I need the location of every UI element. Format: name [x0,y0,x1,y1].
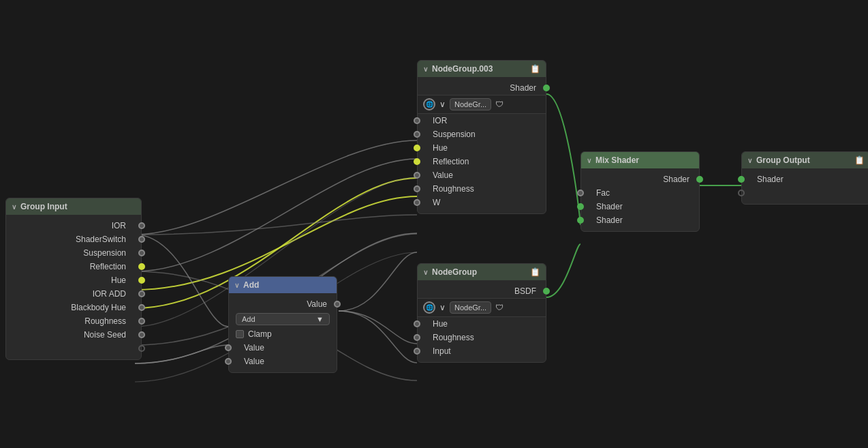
group-output-chevron[interactable]: ∨ [747,157,752,164]
group-output-title: Group Output [756,155,810,165]
add-value2-in-socket[interactable] [225,358,232,365]
group-input-title: Group Input [20,202,67,211]
node-row: IOR [418,114,546,128]
add-dropdown-row: Add ▼ [229,311,337,327]
nodegroup003-node: ∨ NodeGroup.003 📋 Shader 🌐 ∨ NodeGr... 🛡… [417,60,546,214]
shaderswitch-label: ShaderSwitch [12,235,126,244]
node-row: Input [418,344,546,358]
node-row [742,186,868,200]
ng003-value-label: Value [433,170,453,180]
ng003-shader-out-socket[interactable] [543,85,550,91]
mix-shader-node: ∨ Mix Shader Shader Fac Shader Shader [580,151,700,232]
mix-fac-in-socket[interactable] [577,190,584,196]
ng003-hue-label: Hue [433,143,448,153]
mix-shader-header: ∨ Mix Shader [581,152,699,168]
add-node-header: ∨ Add [229,277,337,293]
shield-icon: 🛡 [495,100,503,109]
node-row: Value [229,341,337,355]
ng003-hue-in-socket[interactable] [414,145,420,151]
blackbodyhue-out-socket[interactable] [138,304,145,311]
ng-hue-label: Hue [433,319,448,329]
nodegroup-node: ∨ NodeGroup 📋 BSDF 🌐 ∨ NodeGr... 🛡 Hue R… [417,263,546,363]
clamp-checkbox[interactable] [236,330,244,338]
clamp-row: Clamp [229,327,337,341]
pin-icon: 📋 [530,64,540,74]
mix-shader2-in-socket[interactable] [577,217,584,224]
hue-out-socket[interactable] [138,277,145,284]
go-shader-label: Shader [757,175,784,184]
empty-out-socket[interactable] [138,345,145,352]
ng-bsdf-out-socket[interactable] [543,288,550,295]
node-row: Noise Seed [6,328,141,342]
nodegroup-body: BSDF 🌐 ∨ NodeGr... 🛡 Hue Roughness Input [418,280,546,362]
ioradd-label: IOR ADD [12,289,126,299]
ng003-roughness-in-socket[interactable] [414,185,420,192]
noiseseed-label: Noise Seed [12,330,126,340]
group-input-chevron[interactable]: ∨ [12,203,16,211]
add-value1-in-socket[interactable] [225,344,232,351]
node-row: Suspension [6,246,141,260]
globe-icon: 🌐 [423,301,435,314]
node-row: Shader [581,213,699,227]
suspension-out-socket[interactable] [138,250,145,256]
mix-shader-chevron[interactable]: ∨ [587,157,591,164]
ng-roughness-label: Roughness [433,333,474,342]
add-value-label: Value [307,299,327,309]
roughness-label: Roughness [12,316,126,326]
node-row: Hue [6,273,141,287]
globe-icon: 🌐 [423,98,435,110]
ng003-w-in-socket[interactable] [414,199,420,206]
ng-subheader: 🌐 ∨ NodeGr... 🛡 [418,298,546,317]
ng-dropdown-chevron: ∨ [439,303,446,312]
group-output-node: ∨ Group Output 📋 Shader [741,151,868,205]
ng003-roughness-label: Roughness [433,184,474,194]
node-row: Roughness [418,182,546,196]
mix-fac-label: Fac [596,188,610,198]
add-node-chevron[interactable]: ∨ [234,282,239,289]
nodegroup-chevron[interactable]: ∨ [423,269,428,276]
add-dropdown[interactable]: Add ▼ [236,313,330,325]
ng003-ior-label: IOR [433,116,447,125]
node-row: Roughness [418,331,546,344]
mix-shader-out-label: Shader [663,175,689,184]
ng003-suspension-label: Suspension [433,130,476,139]
noiseseed-out-socket[interactable] [138,331,145,338]
node-row: Value [229,355,337,368]
ng-dropdown[interactable]: NodeGr... [450,301,491,314]
ng003-reflection-in-socket[interactable] [414,158,420,165]
add-node-title: Add [243,280,259,290]
shaderswitch-out-socket[interactable] [138,236,145,243]
suspension-label: Suspension [12,248,126,258]
node-row: BSDF [418,284,546,298]
reflection-out-socket[interactable] [138,263,145,270]
ng003-dropdown[interactable]: NodeGr... [450,98,491,110]
ng003-ior-in-socket[interactable] [414,117,420,124]
node-row: IOR ADD [6,287,141,301]
mix-shader1-label: Shader [596,202,623,211]
ng003-value-in-socket[interactable] [414,172,420,179]
ioradd-out-socket[interactable] [138,290,145,297]
nodegroup-title: NodeGroup [432,267,477,277]
node-row: Reflection [418,155,546,168]
mix-shader-out-socket[interactable] [696,176,703,183]
ng003-reflection-label: Reflection [433,157,469,166]
go-empty-in-socket[interactable] [738,190,745,196]
node-row: Reflection [6,260,141,273]
node-row: Shader [742,173,868,186]
node-row: Hue [418,141,546,155]
nodegroup003-chevron[interactable]: ∨ [423,65,428,73]
ng-hue-in-socket[interactable] [414,320,420,327]
ng-roughness-in-socket[interactable] [414,334,420,341]
ior-out-socket[interactable] [138,222,145,229]
ng003-suspension-in-socket[interactable] [414,131,420,138]
roughness-out-socket[interactable] [138,318,145,325]
add-value-out-socket[interactable] [334,301,341,308]
mix-shader-body: Shader Fac Shader Shader [581,168,699,231]
ng-input-in-socket[interactable] [414,348,420,355]
ng003-dropdown-chevron: ∨ [439,100,446,109]
go-shader-in-socket[interactable] [738,176,745,183]
group-output-pin-icon: 📋 [854,155,865,165]
mix-shader1-in-socket[interactable] [577,203,584,210]
clamp-label: Clamp [248,329,272,339]
mix-shader2-label: Shader [596,215,623,225]
